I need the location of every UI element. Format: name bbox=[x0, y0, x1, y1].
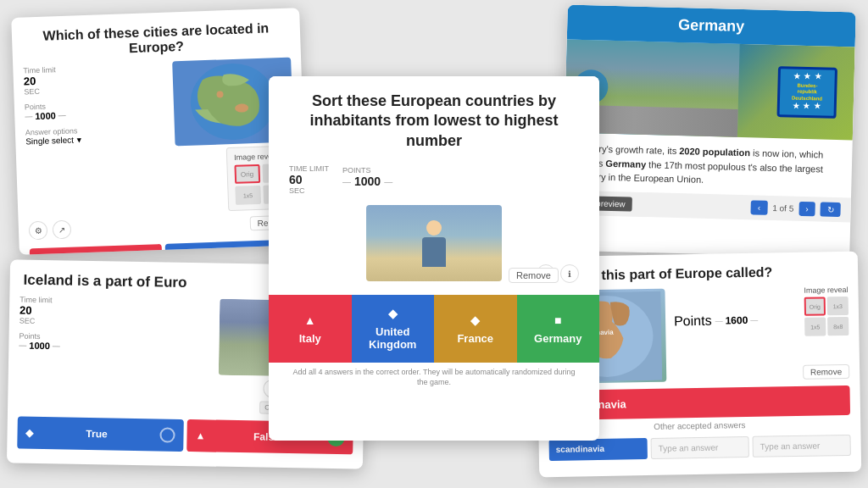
seoul-circle bbox=[138, 252, 154, 255]
paris-icon: ◆ bbox=[174, 253, 181, 255]
false-icon: ▲ bbox=[195, 430, 205, 441]
answer-input-1[interactable]: scandinavia bbox=[549, 438, 648, 461]
center-footer: Add all 4 answers in the correct order. … bbox=[269, 363, 599, 392]
france-icon: ◆ bbox=[470, 313, 480, 327]
eu-sign: ★ ★ ★ Bundes- republik Deutschland ★ ★ ★ bbox=[776, 66, 837, 119]
center-time-meta: Time limit 60 SEC bbox=[289, 164, 329, 195]
next-button[interactable]: › bbox=[798, 201, 815, 216]
answer-seoul[interactable]: ▲ Seoul bbox=[30, 244, 163, 255]
top-right-card: Germany i ★ ★ ★ Bundes- republik Deutsch… bbox=[561, 5, 855, 258]
info-button[interactable]: ℹ bbox=[560, 264, 579, 283]
italy-icon: ▲ bbox=[304, 313, 316, 327]
center-image-wrapper: ⊕ ℹ Remove bbox=[269, 202, 599, 286]
br-ir-thumb-1[interactable]: Orig bbox=[804, 297, 826, 315]
preview-button[interactable]: ↗ bbox=[53, 220, 72, 240]
true-icon: ◆ bbox=[25, 427, 33, 439]
person-body bbox=[422, 237, 446, 267]
top-left-card: Which of these cities are located in Eur… bbox=[11, 8, 308, 255]
center-card: Sort these European countries by inhabit… bbox=[269, 76, 599, 441]
br-ir-grid: Orig 1x3 1x5 8x8 bbox=[804, 297, 849, 336]
bottom-left-meta: Time limit 20 SEC Points — 1000 — bbox=[18, 296, 213, 413]
answer-tile-italy[interactable]: ▲ Italy bbox=[269, 295, 352, 363]
answer-input-3[interactable]: Type an answer bbox=[752, 435, 850, 458]
settings-button[interactable]: ⚙ bbox=[29, 221, 48, 241]
prev-button[interactable]: ‹ bbox=[751, 200, 768, 215]
answer-tile-uk[interactable]: ◆ United Kingdom bbox=[352, 295, 435, 363]
answer-tile-france[interactable]: ◆ France bbox=[434, 295, 517, 363]
answer-true[interactable]: ◆ True bbox=[17, 417, 184, 452]
germany-hero-image: i ★ ★ ★ Bundes- republik Deutschland ★ ★… bbox=[565, 40, 855, 141]
br-ir-thumb-3[interactable]: 1x5 bbox=[804, 317, 826, 336]
center-remove-button[interactable]: Remove bbox=[509, 268, 559, 283]
center-card-header: Sort these European countries by inhabit… bbox=[269, 76, 599, 159]
person-figure bbox=[413, 220, 455, 280]
center-card-title: Sort these European countries by inhabit… bbox=[289, 92, 579, 151]
refresh-button[interactable]: ↻ bbox=[820, 202, 840, 217]
germany-icon: ■ bbox=[554, 313, 561, 327]
person-image bbox=[366, 205, 502, 281]
germany-title: Germany bbox=[576, 14, 847, 38]
br-ir-thumb-2[interactable]: 1x3 bbox=[827, 297, 849, 315]
person-head bbox=[426, 220, 442, 236]
center-card-image bbox=[366, 205, 502, 281]
true-circle bbox=[159, 427, 175, 442]
br-image-reveal: Image reveal Orig 1x3 1x5 8x8 bbox=[804, 286, 849, 336]
answer-input-2[interactable]: Type an answer bbox=[651, 436, 749, 459]
br-ir-thumb-4[interactable]: 8x8 bbox=[827, 317, 849, 336]
br-remove-button[interactable]: Remove bbox=[803, 364, 850, 380]
top-left-meta: Time limit 20 SEC Points — 1000 — Answer… bbox=[23, 62, 170, 219]
uk-icon: ◆ bbox=[388, 307, 398, 320]
answer-tile-germany[interactable]: ■ Germany bbox=[517, 295, 600, 363]
germany-text: country's growth rate, its 2020 populati… bbox=[563, 133, 853, 197]
ir-thumb-1[interactable]: Orig bbox=[234, 164, 259, 184]
ir-thumb-3[interactable]: 1x5 bbox=[235, 186, 260, 205]
center-answers-grid: ▲ Italy ◆ United Kingdom ◆ France ■ Germ… bbox=[269, 295, 599, 363]
bottom-right-content: Image reveal Orig 1x3 1x5 8x8 Points — 1… bbox=[673, 286, 849, 382]
